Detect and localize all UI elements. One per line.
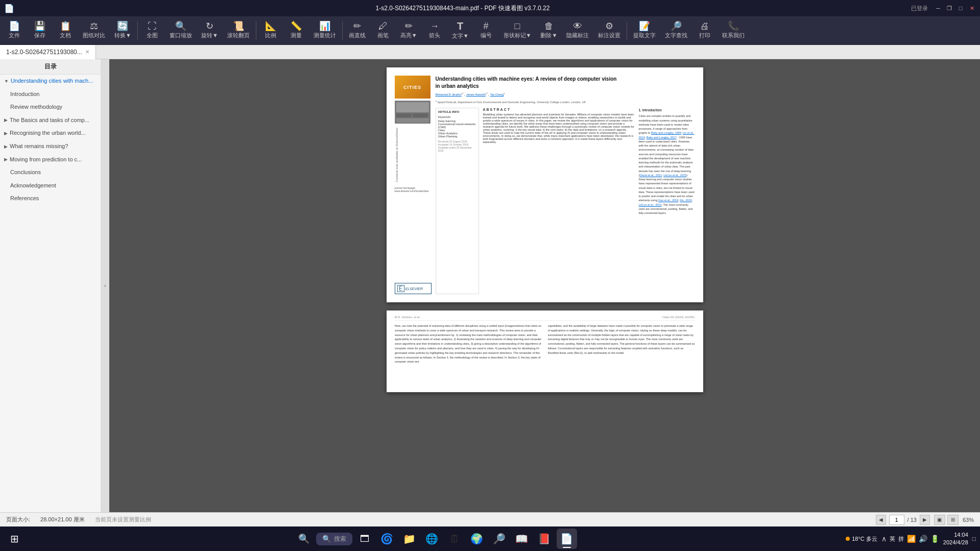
sidebar-collapse-handle[interactable]: ‹ [101,59,109,512]
view-double-button[interactable]: ⊞ [947,515,959,525]
sidebar-item-conclusions[interactable]: Conclusions [0,166,101,179]
page-navigation: ◀ / 13 ▶ [876,515,930,525]
tool-convert[interactable]: 🔄 转换▼ [110,18,135,43]
battery-icon[interactable]: 🔋 [930,535,939,543]
restore-button[interactable]: ❐ [945,4,953,12]
maximize-button[interactable]: □ [957,4,965,12]
page-input[interactable] [889,515,904,525]
journal-side-info: Contents lists available at ScienceDirec… [395,128,432,182]
main-area: 目录 ▼ Understanding cities with mach... I… [0,59,980,512]
sidebar-item-basics-label: The Basics and tasks of comp... [10,116,89,125]
measure-icon: 📏 [291,21,302,31]
tool-measure[interactable]: 📏 测量 [284,18,308,43]
sidebar-item-references[interactable]: References [0,192,101,205]
language-indicator[interactable]: 英 [890,535,895,543]
taskbar-search[interactable]: 🔍 [294,529,314,549]
tool-delete[interactable]: 🗑 删除▼ [536,18,561,43]
zoom-icon: 🔍 [175,21,186,31]
tool-textfind[interactable]: 🔎 文字查找 [661,18,691,43]
scroll-icon: 📜 [233,21,244,31]
draw-icon: 🖊 [378,21,388,31]
article-info-label: ARTICLE INFO [438,110,476,113]
tool-arrow[interactable]: → 箭头 [422,18,447,43]
tray-up-arrow[interactable]: ∧ [881,535,887,543]
tool-scroll[interactable]: 📜 滚轮翻页 [223,18,254,43]
taskbar-app2[interactable]: 📁 [399,529,420,549]
view-single-button[interactable]: ▣ [934,515,945,525]
page-size-value: 28.00×21.00 厘米 [40,516,85,523]
tab-main[interactable]: 1-s2.0-S02642751193080... ✕ [0,45,96,59]
tool-save[interactable]: 💾 保存 [28,18,52,43]
ime-indicator[interactable]: 拼 [898,535,904,543]
tool-hidden[interactable]: 👁 隐藏标注 [562,18,593,43]
sidebar-item-acknowledgement[interactable]: Acknowledgement [0,179,101,193]
tool-extract[interactable]: 📝 提取文字 [629,18,660,43]
keywords-label: Keywords: [438,115,476,118]
taskbar-app1[interactable]: 🌀 [377,529,397,549]
taskview-icon: 🗖 [360,534,369,544]
notification-button[interactable]: □ [972,535,976,542]
abstract-column: ABSTRACT Modelling urban systems has att… [483,108,635,294]
tool-doc[interactable]: 📋 文档 [53,18,78,43]
prev-page-button[interactable]: ◀ [876,515,886,525]
taskbar-dict[interactable]: 📖 [512,529,532,549]
sidebar-title: 目录 [0,59,101,75]
sidebar-item-recognising[interactable]: ▶ Recognising the urban world... [0,127,101,140]
taskbar-app3[interactable]: 🌐 [422,529,442,549]
sidebar-item-review[interactable]: Review methodology [0,101,101,114]
tool-draw[interactable]: 🖊 画笔 [371,18,395,43]
author-1-link: Mohamed R. Ibrahim [436,93,462,96]
tool-text[interactable]: T 文字▼ [448,18,473,43]
sidebar-item-intro[interactable]: Introduction [0,88,101,101]
status-bar: 页面大小: 28.00×21.00 厘米 当前页未设置测量比例 ◀ / 13 ▶… [0,512,980,526]
tool-fullscreen[interactable]: ⛶ 全图 [140,18,164,43]
tool-number[interactable]: # 编号 [474,18,498,43]
tool-contact[interactable]: 📞 联系我们 [718,18,749,43]
tool-measure-stat[interactable]: 📊 测量统计 [309,18,340,43]
tab-close-button[interactable]: ✕ [85,49,89,55]
taskbar-calendar[interactable]: 🗓 [444,529,465,549]
sidebar-item-missing[interactable]: ▶ What remains missing? [0,140,101,153]
tool-file[interactable]: 📄 文件 [2,18,27,43]
received-info: Received 25 August 2019 Accepted 14 Octo… [438,140,476,152]
close-button[interactable]: ✕ [968,4,976,12]
body-right-column: 1. Introduction Cities are complex entit… [639,108,695,294]
tool-scale[interactable]: 📐 比例 [258,18,283,43]
tool-print[interactable]: 🖨 打印 [692,18,717,43]
taskbar-edge[interactable]: 🌍 [467,529,487,549]
pdf-area[interactable]: CITIES Contents lists availa [109,59,980,512]
taskbar-ppt[interactable]: 📕 [534,529,555,549]
print-icon: 🖨 [700,21,709,31]
tool-zoom[interactable]: 🔍 窗口缩放 [165,18,196,43]
tool-arrow-label: 箭头 [429,32,440,39]
sidebar-item-root[interactable]: ▼ Understanding cities with mach... [0,75,101,88]
sidebar-item-root-label: Understanding cities with mach... [11,77,93,86]
calendar-icon: 🗓 [449,533,460,545]
speaker-icon[interactable]: 🔊 [919,535,927,543]
tool-measure-label: 测量 [291,32,302,39]
line-icon: ✏ [353,21,361,31]
tool-measure-stat-label: 测量统计 [314,32,336,39]
taskbar-pdf[interactable]: 📄 [557,529,577,549]
tool-compare[interactable]: ⚖ 图纸对比 [79,18,109,43]
start-button[interactable]: ⊞ [4,529,25,549]
search-box[interactable]: 🔍 搜索 [316,533,352,545]
taskbar-time[interactable]: 14:04 2024/4/28 [943,531,968,547]
tool-highlight[interactable]: ✏ 高亮▼ [396,18,421,43]
minimize-button[interactable]: ─ [934,4,942,12]
scale-icon: 📐 [265,21,276,31]
next-page-button[interactable]: ▶ [920,515,930,525]
tool-line[interactable]: ✏ 画直线 [345,18,370,43]
compare-icon: ⚖ [90,21,98,31]
sidebar-item-basics[interactable]: ▶ The Basics and tasks of comp... [0,114,101,127]
tool-shape[interactable]: □ 形状标记▼ [499,18,536,43]
tool-markset[interactable]: ⚙ 标注设置 [594,18,625,43]
taskbar-search2[interactable]: 🔎 [489,529,510,549]
sidebar-item-moving[interactable]: ▶ Moving from prediction to c... [0,153,101,166]
weather-widget[interactable]: 18°C 多云 [846,535,877,543]
tool-rotate[interactable]: ↻ 旋转▼ [197,18,222,43]
tool-print-label: 打印 [699,32,710,39]
wifi-icon[interactable]: 📶 [907,535,916,543]
taskbar-taskview[interactable]: 🗖 [354,529,375,549]
article-info-box: ARTICLE INFO Keywords: Deep learning Con… [436,108,479,294]
